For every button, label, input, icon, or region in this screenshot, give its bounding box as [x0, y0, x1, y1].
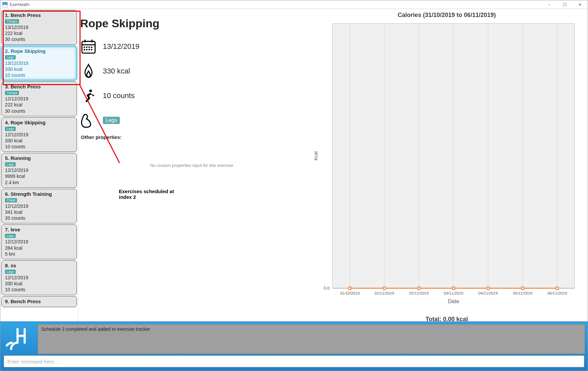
muscle-badge: Triceps	[5, 19, 19, 24]
status-message-box: Schedule 2 completed and added to exerci…	[38, 324, 585, 354]
card-title: 9. Bench Press	[5, 299, 74, 304]
card-title: 3. Bench Press	[5, 84, 74, 89]
detail-date-row: 13/12/2019	[80, 36, 303, 57]
svg-text:Date: Date	[448, 298, 459, 304]
muscle-badge: Legs	[5, 234, 16, 238]
svg-text:31/10/2019: 31/10/2019	[340, 291, 360, 296]
calendar-icon	[80, 38, 97, 55]
svg-text:02/11/2019: 02/11/2019	[409, 291, 429, 296]
svg-point-5	[87, 47, 88, 48]
card-title: 5. Running	[5, 155, 74, 161]
detail-date: 13/12/2019	[103, 42, 139, 51]
app-window: ExerHealth – ☐ ✕ 1. Bench PressTriceps13…	[0, 0, 588, 371]
card-kcal: 222 kcal	[5, 102, 74, 108]
window-close-button[interactable]: ✕	[572, 0, 588, 9]
muscle-badge: Legs	[5, 55, 16, 60]
card-kcal: 9999 kcal	[5, 173, 74, 179]
svg-point-34	[521, 287, 524, 290]
card-title: 7. leve	[5, 227, 74, 232]
content-area: 1. Bench PressTriceps13/12/2019222 kcal3…	[0, 9, 588, 321]
exercise-list[interactable]: 1. Bench PressTriceps13/12/2019222 kcal3…	[0, 9, 78, 321]
exercise-card[interactable]: 1. Bench PressTriceps13/12/2019222 kcal3…	[1, 10, 77, 45]
exercise-detail: Rope Skipping 13/12/2019	[78, 9, 311, 321]
exercise-card[interactable]: 6. Strength TrainingChest12/12/2019341 k…	[1, 189, 77, 224]
other-properties-box: No custom properties input for this exer…	[80, 142, 303, 188]
card-metric: 30 counts	[5, 108, 74, 114]
svg-text:01/11/2019: 01/11/2019	[375, 291, 394, 296]
app-title: ExerHealth	[10, 2, 29, 7]
card-date: 12/12/2019	[5, 96, 74, 102]
window-minimize-button[interactable]: –	[542, 0, 557, 9]
svg-point-28	[418, 287, 421, 290]
exercise-card[interactable]: 2. Rope SkippingLegs13/12/2019330 kcal10…	[1, 46, 77, 81]
detail-muscle-tag: Legs	[103, 117, 120, 124]
card-kcal: 330 kcal	[5, 138, 74, 144]
card-title: 2. Rope Skipping	[5, 48, 74, 54]
svg-point-4	[84, 47, 85, 48]
card-date: 12/12/2019	[5, 203, 74, 209]
card-title: 1. Bench Press	[5, 12, 74, 18]
card-kcal: 341 kcal	[5, 209, 74, 215]
exercise-sidebar: 1. Bench PressTriceps13/12/2019222 kcal3…	[0, 9, 78, 321]
status-message: Schedule 2 completed and added to exerci…	[41, 326, 150, 332]
card-metric: 10 counts	[5, 72, 74, 78]
svg-point-24	[348, 287, 351, 290]
svg-text:04/11/2019: 04/11/2019	[478, 291, 498, 296]
card-metric: 30 counts	[5, 36, 74, 42]
app-logo	[3, 324, 35, 354]
chart-panel: Calories (31/10/2019 to 06/11/2019) 0.0k…	[311, 9, 588, 321]
card-date: 12/12/2019	[5, 167, 74, 173]
svg-text:03/11/2019: 03/11/2019	[444, 291, 463, 296]
card-title: 8. ss	[5, 263, 74, 268]
svg-text:05/11/2019: 05/11/2019	[513, 291, 532, 296]
svg-point-8	[84, 49, 85, 50]
card-kcal: 330 kcal	[5, 281, 74, 287]
flame-icon	[80, 63, 97, 79]
bottom-bar: Schedule 2 completed and added to exerci…	[0, 321, 588, 371]
svg-point-26	[383, 287, 386, 290]
detail-counts: 10 counts	[103, 91, 134, 100]
exercise-card[interactable]: 3. Bench PressTriceps12/12/2019222 kcal3…	[1, 81, 77, 116]
svg-point-36	[556, 287, 559, 290]
exercise-card[interactable]: 9. Bench Press	[1, 296, 77, 307]
exercise-card[interactable]: 4. Rope SkippingLegs12/12/2019330 kcal10…	[1, 117, 77, 152]
svg-text:06/11/2019: 06/11/2019	[547, 291, 567, 296]
card-title: 4. Rope Skipping	[5, 120, 74, 125]
exercise-card[interactable]: 5. RunningLegs12/12/20199999 kcal2.4 km	[1, 153, 77, 188]
card-metric: 2.4 km	[5, 180, 74, 186]
chart-svg: 0.0kcal31/10/201901/11/201902/11/201903/…	[311, 20, 582, 313]
svg-point-10	[89, 49, 90, 50]
card-kcal: 284 kcal	[5, 245, 74, 251]
svg-point-6	[89, 47, 90, 48]
card-date: 12/12/2019	[5, 239, 74, 245]
command-input[interactable]	[4, 355, 584, 367]
card-metric: 10 counts	[5, 287, 74, 293]
card-metric: 20 counts	[5, 215, 74, 221]
svg-point-12	[89, 89, 92, 92]
muscle-badge: Triceps	[5, 91, 19, 95]
svg-point-32	[487, 287, 490, 290]
window-maximize-button[interactable]: ☐	[557, 0, 572, 9]
svg-point-11	[91, 49, 92, 50]
exercise-card[interactable]: 8. ssLegs12/12/2019330 kcal10 counts	[1, 260, 77, 295]
muscle-badge: Legs	[5, 270, 16, 274]
detail-kcal-row: 330 kcal	[80, 61, 303, 82]
card-date: 13/12/2019	[5, 24, 74, 30]
card-kcal: 330 kcal	[5, 66, 74, 72]
main-panel: Rope Skipping 13/12/2019	[78, 9, 588, 321]
card-date: 12/12/2019	[5, 275, 74, 281]
exercise-card[interactable]: 7. leveLegs12/12/2019284 kcal5 km	[1, 224, 77, 259]
muscle-badge: Chest	[5, 198, 17, 202]
card-kcal: 222 kcal	[5, 30, 74, 36]
chart-area: 0.0kcal31/10/201901/11/201902/11/201903/…	[311, 20, 582, 313]
svg-point-7	[91, 47, 92, 48]
card-title: 6. Strength Training	[5, 191, 74, 197]
svg-point-9	[87, 49, 88, 50]
detail-title: Rope Skipping	[80, 17, 303, 30]
card-metric: 5 km	[5, 251, 74, 257]
card-date: 12/12/2019	[5, 132, 74, 138]
muscle-badge: Legs	[5, 162, 16, 167]
detail-count-row: 10 counts	[80, 85, 303, 106]
svg-text:kcal: kcal	[313, 152, 318, 161]
svg-text:0.0: 0.0	[324, 286, 330, 291]
